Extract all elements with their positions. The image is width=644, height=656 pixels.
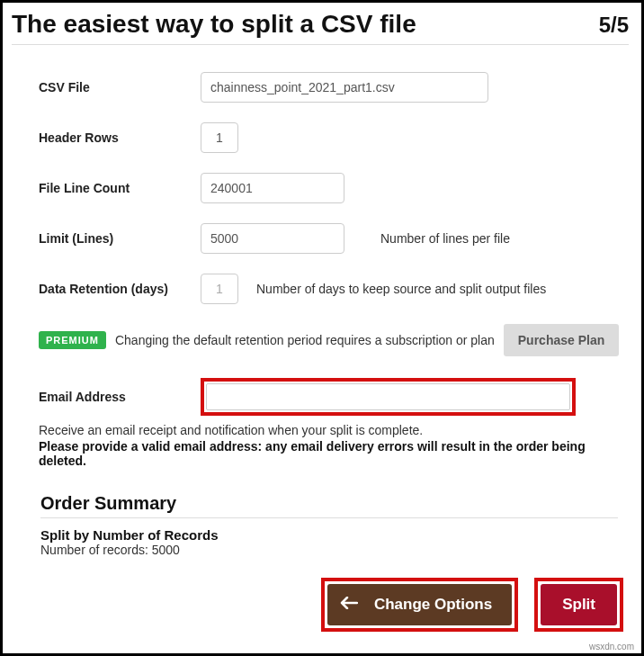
label-line-count: File Line Count bbox=[39, 181, 201, 195]
summary-divider bbox=[40, 517, 618, 518]
label-email: Email Address bbox=[39, 390, 201, 404]
premium-row: PREMIUM Changing the default retention p… bbox=[39, 324, 620, 356]
summary-title: Order Summary bbox=[40, 493, 618, 514]
row-retention: Data Retention (days) Number of days to … bbox=[39, 274, 620, 304]
header: The easiest way to split a CSV file 5/5 bbox=[12, 10, 629, 42]
label-csv-file: CSV File bbox=[39, 80, 201, 94]
split-highlight: Split bbox=[534, 578, 623, 632]
change-options-button[interactable]: Change Options bbox=[327, 584, 512, 625]
label-limit: Limit (Lines) bbox=[39, 231, 201, 246]
field-retention bbox=[201, 274, 238, 304]
row-header-rows: Header Rows bbox=[39, 122, 620, 153]
row-limit: Limit (Lines) Number of lines per file bbox=[39, 223, 620, 254]
field-line-count bbox=[201, 173, 344, 203]
footer-actions: Change Options Split bbox=[321, 578, 623, 632]
order-summary: Order Summary Split by Number of Records… bbox=[39, 493, 620, 557]
change-options-label: Change Options bbox=[374, 596, 492, 614]
app-frame: The easiest way to split a CSV file 5/5 … bbox=[0, 0, 644, 656]
input-line-count[interactable] bbox=[201, 173, 344, 203]
purchase-plan-button[interactable]: Purchase Plan bbox=[504, 324, 620, 356]
field-limit bbox=[201, 223, 344, 254]
step-indicator: 5/5 bbox=[599, 13, 629, 38]
hint-limit: Number of lines per file bbox=[380, 231, 510, 246]
change-options-highlight: Change Options bbox=[321, 578, 518, 632]
page-title: The easiest way to split a CSV file bbox=[12, 10, 416, 39]
input-header-rows[interactable] bbox=[201, 122, 238, 153]
form: CSV File Header Rows File Line Count Lim… bbox=[12, 45, 629, 557]
input-email[interactable] bbox=[206, 383, 570, 410]
notes: Receive an email receipt and notificatio… bbox=[39, 423, 620, 468]
row-csv-file: CSV File bbox=[39, 72, 620, 103]
input-retention bbox=[201, 274, 238, 304]
premium-text: Changing the default retention period re… bbox=[115, 333, 495, 347]
summary-method: Split by Number of Records bbox=[40, 527, 618, 543]
row-line-count: File Line Count bbox=[39, 173, 620, 203]
watermark: wsxdn.com bbox=[589, 642, 634, 652]
summary-records: Number of records: 5000 bbox=[40, 543, 618, 557]
input-limit[interactable] bbox=[201, 223, 344, 254]
field-csv-file bbox=[201, 72, 488, 103]
note-warning: Please provide a valid email address: an… bbox=[39, 439, 620, 468]
email-highlight bbox=[201, 378, 576, 416]
label-header-rows: Header Rows bbox=[39, 130, 201, 145]
arrow-left-icon bbox=[340, 596, 358, 614]
note-receipt: Receive an email receipt and notificatio… bbox=[39, 423, 620, 437]
field-header-rows bbox=[201, 122, 238, 153]
label-retention: Data Retention (days) bbox=[39, 282, 201, 296]
split-button[interactable]: Split bbox=[541, 584, 617, 625]
hint-retention: Number of days to keep source and split … bbox=[256, 282, 546, 296]
input-csv-file[interactable] bbox=[201, 72, 488, 103]
row-email: Email Address bbox=[39, 378, 620, 416]
premium-badge: PREMIUM bbox=[39, 331, 106, 349]
